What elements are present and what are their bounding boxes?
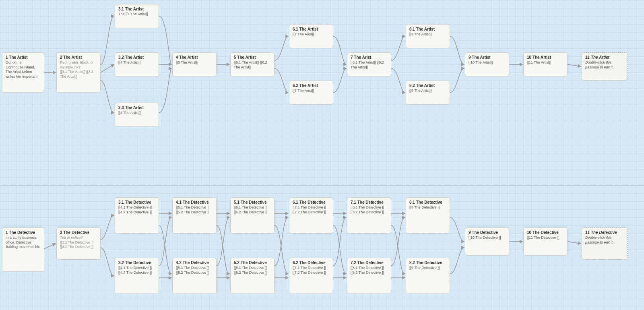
- node-title-d9: 9 The Detective: [469, 230, 506, 235]
- node-body-d1: In a stuffy business office, Detective B…: [6, 236, 41, 250]
- node-body-d32: [[4.1 The Detective ]] [[4.2 The Detecti…: [118, 266, 155, 275]
- passage-node-d81[interactable]: 8.1 The Detective[[9 The Detective ]]: [406, 197, 450, 234]
- node-title-d72: 7.2 The Detective: [351, 260, 388, 265]
- passage-node-d72[interactable]: 7.2 The Detective[[8.1 The Detective ]] …: [347, 258, 391, 294]
- node-body-a7: [[8.1 The Artist]] [[8.2 The Artist]]: [351, 60, 388, 70]
- passage-node-a32[interactable]: 3.2 The Artist[[4 The Artist]]: [115, 52, 159, 76]
- node-body-a11: Double-click this passage to edit it.: [585, 60, 624, 70]
- node-links-a2: [[3.1 The Artist]] [[3.2 The Artist]]: [60, 70, 97, 79]
- node-title-a1: 1 The Artist: [6, 55, 41, 60]
- node-body-a33: [[4 The Artist]]: [118, 111, 155, 116]
- node-title-a9: 9 The Artist: [469, 55, 506, 60]
- passage-node-d82[interactable]: 8.2 The Detective[[9 The Detective ]]: [406, 258, 450, 294]
- node-body-d62: [[7.1 The Detective ]] [[7.2 The Detecti…: [293, 266, 330, 275]
- passage-node-a5[interactable]: 5 The Artist[[6.1 The Artist]] [[6.2 The…: [230, 52, 275, 76]
- node-body-a9: [[10 The Artist]]: [469, 60, 506, 65]
- passage-node-a1[interactable]: 1 The ArtistOut on her Lighthouse Island…: [2, 52, 44, 93]
- passage-node-d41[interactable]: 4.1 The Detective[[5.1 The Detective ]] …: [172, 197, 217, 234]
- node-body-d71: [[8.1 The Detective ]] [[8.2 The Detecti…: [351, 205, 388, 215]
- node-body-d9: [[10 The Detective ]]: [469, 236, 506, 240]
- node-title-d32: 3.2 The Detective: [118, 260, 155, 265]
- node-title-a61: 6.1 The Artist: [293, 27, 330, 31]
- node-title-a82: 8.2 The Artist: [409, 83, 446, 88]
- node-body-a82: [[9 The Artist]]: [409, 89, 446, 93]
- node-title-a2: 2 The Artist: [60, 55, 97, 60]
- node-body-d61: [[7.1 The Detective ]] [[7.2 The Detecti…: [293, 205, 330, 215]
- node-title-d31: 3.1 The Detective: [118, 200, 155, 205]
- passage-node-d9[interactable]: 9 The Detective[[10 The Detective ]]: [465, 227, 509, 256]
- passage-node-a7[interactable]: 7 The Arist[[8.1 The Artist]] [[8.2 The …: [347, 52, 391, 76]
- node-body-d10: [[11 The Detective ]]: [527, 236, 564, 240]
- node-body-d31: [[4.1 The Detective ]] [[4.2 The Detecti…: [118, 205, 155, 215]
- node-body-d11: Double-click this passage to edit it.: [585, 236, 624, 245]
- passage-node-d52[interactable]: 5.2 The Detective[[6.1 The Detective ]] …: [230, 258, 275, 294]
- passage-node-d32[interactable]: 3.2 The Detective[[4.1 The Detective ]] …: [115, 258, 159, 294]
- node-title-a5: 5 The Artist: [234, 55, 271, 60]
- node-title-d42: 4.2 The Detective: [176, 260, 213, 265]
- node-body-d51: [[6.1 The Detective ]] [[6.2 The Detecti…: [234, 205, 271, 215]
- node-title-d82: 8.2 The Detective: [409, 260, 446, 265]
- passage-node-a2[interactable]: 2 The ArtistRed, green, black, or invisi…: [56, 52, 101, 93]
- node-title-d51: 5.1 The Detective: [234, 200, 271, 205]
- passage-node-d10[interactable]: 10 The Detective[[11 The Detective ]]: [523, 227, 568, 256]
- node-title-a33: 3.3 The Artist: [118, 105, 155, 110]
- passage-node-a82[interactable]: 8.2 The Artist[[9 The Artist]]: [406, 81, 450, 105]
- node-body-d72: [[8.1 The Detective ]] [[8.2 The Detecti…: [351, 266, 388, 275]
- node-title-a62: 6.2 The Artist: [293, 83, 330, 88]
- node-title-a4: 4 The Artist: [176, 55, 213, 60]
- node-title-d61: 6.1 The Detective: [293, 200, 330, 205]
- node-title-a11: 11 The Artist: [585, 55, 624, 60]
- node-body-a5: [[6.1 The Artist]] [[6.2 The Artist]]: [234, 60, 271, 70]
- passage-node-d31[interactable]: 3.1 The Detective[[4.1 The Detective ]] …: [115, 197, 159, 234]
- passage-node-a4[interactable]: 4 The Artist[[5 The Artist]]: [172, 52, 217, 76]
- node-title-d41: 4.1 The Detective: [176, 200, 213, 205]
- passage-node-d71[interactable]: 7.1 The Detective[[8.1 The Detective ]] …: [347, 197, 391, 234]
- node-body-d52: [[6.1 The Detective ]] [[6.2 The Detecti…: [234, 266, 271, 275]
- passage-node-a11[interactable]: 11 The ArtistDouble-click this passage t…: [582, 52, 628, 81]
- passage-node-d42[interactable]: 4.2 The Detective[[5.1 The Detective ]] …: [172, 258, 217, 294]
- node-body-d2: Tea or coffee?: [60, 236, 97, 240]
- node-title-d81: 8.1 The Detective: [409, 200, 446, 205]
- passage-node-d1[interactable]: 1 The DetectiveIn a stuffy business offi…: [2, 227, 44, 272]
- node-title-a81: 8.1 The Artist: [409, 27, 446, 31]
- node-body-d42: [[5.1 The Detective ]] [[5.2 The Detecti…: [176, 266, 213, 275]
- passage-node-d62[interactable]: 6.2 The Detective[[7.1 The Detective ]] …: [289, 258, 333, 294]
- node-body-a31: The [[4 The Artist]]: [118, 12, 155, 17]
- node-body-d81: [[9 The Detective ]]: [409, 205, 446, 210]
- passage-node-a61[interactable]: 6.1 The Artist[[7 The Arist]]: [289, 24, 333, 48]
- passage-node-a31[interactable]: 3.1 The ArtistThe [[4 The Artist]]: [115, 4, 159, 28]
- node-title-a7: 7 The Arist: [351, 55, 388, 60]
- node-title-d2: 2 The Detective: [60, 230, 97, 235]
- node-title-d10: 10 The Detective: [527, 230, 564, 235]
- node-body-a81: [[9 The Artist]]: [409, 32, 446, 37]
- node-title-d52: 5.2 The Detective: [234, 260, 271, 265]
- node-body-a10: [[11 The Artist]]: [527, 60, 564, 65]
- node-links-d2: [[3.1 The Detective ]] [[3.2 The Detecti…: [60, 240, 97, 250]
- node-body-a1: Out on her Lighthouse Island, The Artist…: [6, 60, 41, 79]
- passage-node-a10[interactable]: 10 The Artist[[11 The Artist]]: [523, 52, 568, 76]
- node-title-a32: 3.2 The Artist: [118, 55, 155, 60]
- node-title-d1: 1 The Detective: [6, 230, 41, 235]
- node-body-a32: [[4 The Artist]]: [118, 60, 155, 65]
- node-title-a10: 10 The Artist: [527, 55, 564, 60]
- node-title-d71: 7.1 The Detective: [351, 200, 388, 205]
- section-separator: [0, 185, 644, 186]
- passage-node-a33[interactable]: 3.3 The Artist[[4 The Artist]]: [115, 103, 159, 127]
- passage-node-d2[interactable]: 2 The DetectiveTea or coffee?[[3.1 The D…: [56, 227, 101, 260]
- node-body-a61: [[7 The Arist]]: [293, 32, 330, 37]
- passage-node-d61[interactable]: 6.1 The Detective[[7.1 The Detective ]] …: [289, 197, 333, 234]
- node-title-a31: 3.1 The Artist: [118, 7, 155, 11]
- passage-node-a81[interactable]: 8.1 The Artist[[9 The Artist]]: [406, 24, 450, 48]
- node-body-a2: Red, green, black, or invisible ink?: [60, 60, 97, 70]
- node-body-d41: [[5.1 The Detective ]] [[5.2 The Detecti…: [176, 205, 213, 215]
- node-body-a62: [[7 The Arist]]: [293, 89, 330, 93]
- passage-node-d51[interactable]: 5.1 The Detective[[6.1 The Detective ]] …: [230, 197, 275, 234]
- passage-node-d11[interactable]: 11 The DetectiveDouble-click this passag…: [582, 227, 628, 260]
- node-body-d82: [[9 The Detective ]]: [409, 266, 446, 271]
- node-title-d62: 6.2 The Detective: [293, 260, 330, 265]
- passage-node-a62[interactable]: 6.2 The Artist[[7 The Arist]]: [289, 81, 333, 105]
- node-body-a4: [[5 The Artist]]: [176, 60, 213, 65]
- node-title-d11: 11 The Detective: [585, 230, 624, 235]
- passage-node-a9[interactable]: 9 The Artist[[10 The Artist]]: [465, 52, 509, 76]
